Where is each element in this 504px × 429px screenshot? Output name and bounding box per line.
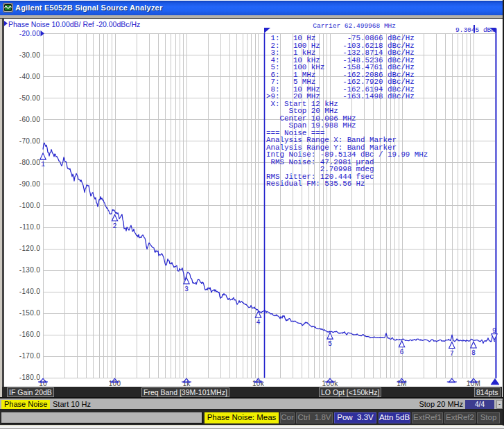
svg-text:-30.00: -30.00 [19, 51, 40, 59]
svg-text:9: 9 [492, 327, 496, 335]
svg-text:-70.00: -70.00 [19, 137, 40, 145]
svg-text:-100.0: -100.0 [19, 202, 40, 209]
svg-text:-120.0: -120.0 [19, 245, 40, 252]
svg-text:8: 8 [471, 349, 476, 357]
svg-text:-20.00: -20.00 [19, 30, 40, 37]
svg-text:-170.0: -170.0 [19, 352, 40, 360]
svg-text:3: 3 [184, 286, 189, 293]
svg-text:-180.0: -180.0 [19, 374, 40, 381]
svg-text:4: 4 [256, 319, 260, 326]
svg-text:-50.00: -50.00 [19, 94, 40, 102]
svg-text:-150.0: -150.0 [19, 309, 40, 317]
svg-text:5: 5 [328, 340, 332, 348]
svg-text:-60.00: -60.00 [19, 116, 40, 123]
svg-text:-40.00: -40.00 [19, 73, 40, 80]
svg-text:-160.0: -160.0 [19, 331, 40, 338]
svg-text:1: 1 [41, 161, 45, 168]
svg-text:7: 7 [450, 350, 454, 358]
svg-text:2: 2 [112, 222, 116, 230]
svg-text:-140.0: -140.0 [19, 288, 40, 295]
svg-text:-80.00: -80.00 [19, 159, 40, 166]
svg-text:-90.00: -90.00 [19, 180, 40, 188]
svg-text:-110.0: -110.0 [20, 223, 41, 231]
svg-text:6: 6 [399, 349, 403, 356]
svg-text:-130.0: -130.0 [19, 266, 40, 274]
